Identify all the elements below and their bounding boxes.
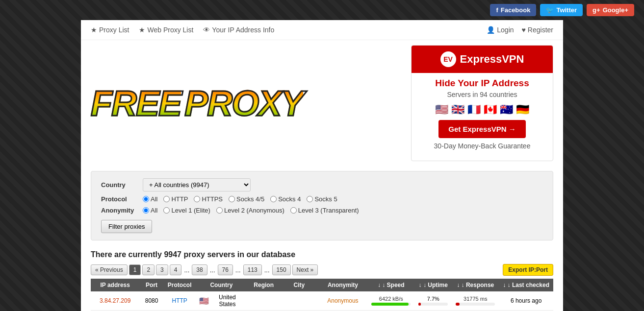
pagination-page-button[interactable]: 3 bbox=[156, 264, 168, 275]
pagination-ellipsis: ... bbox=[234, 266, 242, 274]
protocol-radio[interactable] bbox=[270, 196, 277, 202]
protocol-radio-label[interactable]: Socks 4/5 bbox=[229, 195, 264, 203]
anonymity-radio-label[interactable]: Level 2 (Anonymous) bbox=[216, 207, 284, 214]
proxy-table: IP addressPortProtocolCountryRegionCityA… bbox=[91, 279, 553, 311]
table-header-sortable[interactable]: ↓ Uptime bbox=[414, 279, 452, 291]
protocol-radio[interactable] bbox=[163, 196, 170, 202]
protocol-radio[interactable] bbox=[143, 196, 149, 202]
protocol-radio-label[interactable]: Socks 5 bbox=[307, 195, 337, 203]
nav-bar: ★ Proxy List ★ Web Proxy List 👁 Your IP … bbox=[81, 20, 563, 40]
response-cell: 31775 ms bbox=[452, 291, 499, 311]
star-icon: ★ bbox=[91, 26, 97, 34]
protocol-radio-label[interactable]: Socks 4 bbox=[270, 195, 301, 203]
anonymity-radio[interactable] bbox=[163, 207, 170, 214]
table-header: Anonymity bbox=[318, 279, 368, 291]
protocol-filter-row: Protocol All HTTP HTTPS Socks 4/5 Socks … bbox=[101, 195, 543, 203]
protocol-radio-label[interactable]: All bbox=[143, 195, 157, 203]
table-header: Port bbox=[139, 279, 163, 291]
country-flag: 🇺🇸 bbox=[199, 296, 209, 306]
vpn-get-button[interactable]: Get ExpressVPN → bbox=[438, 120, 526, 138]
eye-icon: 👁 bbox=[203, 26, 210, 34]
twitter-icon: 🐦 bbox=[546, 6, 554, 14]
anonymity-radio-label[interactable]: All bbox=[143, 207, 157, 214]
facebook-icon: f bbox=[496, 6, 498, 14]
googleplus-button[interactable]: g+ Google+ bbox=[587, 4, 634, 16]
stats-text: There are currently 9947 proxy servers i… bbox=[81, 245, 563, 262]
country-cell: 🇺🇸United States bbox=[195, 291, 247, 311]
logo-free: FREE bbox=[91, 86, 181, 121]
nav-proxy-list[interactable]: ★ Proxy List bbox=[91, 26, 129, 34]
response-value: 31775 ms bbox=[456, 296, 495, 302]
pagination-page-button[interactable]: 2 bbox=[142, 264, 155, 275]
nav-ip-address-info[interactable]: 👁 Your IP Address Info bbox=[203, 26, 274, 34]
pagination-prev-button[interactable]: « Previous bbox=[91, 264, 128, 275]
table-header-sortable[interactable]: ↓ Response bbox=[452, 279, 499, 291]
vpn-ad-header: EV ExpressVPN bbox=[412, 46, 553, 73]
pagination-left: « Previous1234...38...76...113...150Next… bbox=[91, 264, 318, 275]
speed-bar-container: 6422 kB/s bbox=[371, 296, 411, 306]
ip-address-cell: 3.84.27.209 bbox=[91, 291, 139, 311]
city-cell bbox=[280, 291, 318, 311]
export-button[interactable]: Export IP:Port bbox=[503, 264, 553, 276]
anonymity-radio-group: All Level 1 (Elite) Level 2 (Anonymous) … bbox=[143, 207, 359, 214]
login-link[interactable]: 👤 Login bbox=[487, 26, 514, 34]
protocol-radio-label[interactable]: HTTPS bbox=[194, 195, 223, 203]
filter-proxies-button[interactable]: Filter proxies bbox=[101, 220, 152, 233]
protocol-radio[interactable] bbox=[229, 196, 235, 202]
twitter-button[interactable]: 🐦 Twitter bbox=[540, 4, 583, 16]
pagination-page-button[interactable]: 113 bbox=[243, 264, 262, 275]
protocol-radio[interactable] bbox=[194, 196, 200, 202]
vpn-flag: 🇩🇪 bbox=[516, 103, 529, 116]
pagination-page-button[interactable]: 1 bbox=[129, 264, 141, 275]
table-header: Protocol bbox=[164, 279, 196, 291]
anonymity-radio[interactable] bbox=[290, 207, 297, 214]
anonymity-radio-label[interactable]: Level 1 (Elite) bbox=[163, 207, 210, 214]
protocol-radio[interactable] bbox=[307, 196, 313, 202]
uptime-bar-container: 7.7% bbox=[418, 296, 448, 306]
nav-web-proxy-list[interactable]: ★ Web Proxy List bbox=[139, 26, 193, 34]
facebook-label: Facebook bbox=[501, 6, 531, 14]
country-name: United States bbox=[211, 294, 243, 308]
protocol-radio-label[interactable]: HTTP bbox=[163, 195, 188, 203]
anonymity-radio[interactable] bbox=[143, 207, 149, 214]
web-proxy-list-label: Web Proxy List bbox=[147, 26, 193, 34]
facebook-button[interactable]: f Facebook bbox=[490, 4, 536, 16]
table-header-sortable[interactable]: ↓ Last checked bbox=[499, 279, 553, 291]
expressvpn-logo-icon: EV bbox=[440, 51, 456, 67]
response-bar-bg bbox=[456, 303, 495, 306]
pagination-page-button[interactable]: 4 bbox=[170, 264, 182, 275]
speed-bar-fill bbox=[371, 303, 409, 306]
table-header: IP address bbox=[91, 279, 139, 291]
proxy-list-label: Proxy List bbox=[99, 26, 129, 34]
table-header-sortable[interactable]: ↓ Speed bbox=[367, 279, 414, 291]
region-cell bbox=[247, 291, 280, 311]
anonymity-radio[interactable] bbox=[216, 207, 223, 214]
user-icon: 👤 bbox=[487, 26, 495, 34]
register-link[interactable]: ♥ Register bbox=[522, 26, 553, 34]
anonymity-filter-row: Anonymity All Level 1 (Elite) Level 2 (A… bbox=[101, 207, 543, 214]
star-icon-2: ★ bbox=[139, 26, 145, 34]
anonymity-filter-label: Anonymity bbox=[101, 207, 138, 214]
twitter-label: Twitter bbox=[556, 6, 577, 14]
table-row: 3.84.27.2098080HTTP🇺🇸United StatesAnonym… bbox=[91, 291, 553, 311]
vpn-brand-name: ExpressVPN bbox=[460, 53, 524, 66]
pagination-page-button[interactable]: 150 bbox=[272, 264, 291, 275]
pagination-next-button[interactable]: Next » bbox=[292, 264, 318, 275]
protocol-radio-group: All HTTP HTTPS Socks 4/5 Socks 4 Socks 5 bbox=[143, 195, 337, 203]
country-select[interactable]: + All countries (9947) bbox=[143, 178, 251, 191]
anonymity-cell: Anonymous bbox=[318, 291, 368, 311]
port-cell: 8080 bbox=[139, 291, 163, 311]
pagination-page-button[interactable]: 76 bbox=[218, 264, 233, 275]
country-filter-row: Country + All countries (9947) bbox=[101, 178, 543, 191]
logo-proxy: PROXY bbox=[184, 86, 303, 121]
vpn-flag: 🇨🇦 bbox=[484, 103, 497, 116]
pagination-ellipsis: ... bbox=[263, 266, 271, 274]
social-bar: f Facebook 🐦 Twitter g+ Google+ bbox=[0, 0, 644, 20]
pagination-page-button[interactable]: 38 bbox=[192, 264, 207, 275]
ip-address-link[interactable]: 3.84.27.209 bbox=[100, 297, 130, 304]
anonymity-radio-label[interactable]: Level 3 (Transparent) bbox=[290, 207, 359, 214]
nav-left: ★ Proxy List ★ Web Proxy List 👁 Your IP … bbox=[91, 26, 274, 34]
filter-section: Country + All countries (9947) Protocol … bbox=[91, 171, 553, 240]
table-header: Region bbox=[247, 279, 280, 291]
protocol-cell: HTTP bbox=[164, 291, 196, 311]
